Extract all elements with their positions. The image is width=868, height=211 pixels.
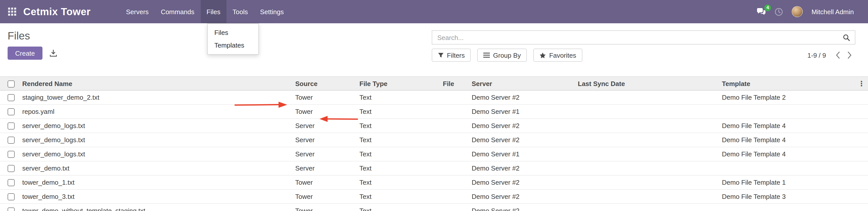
cell-rendered-name: server_demo_logs.txt [22,119,295,133]
cell-last-sync-date [578,133,722,147]
favorites-button[interactable]: Favorites [534,49,582,62]
row-checkbox[interactable] [8,137,15,144]
cell-source: Server [295,161,360,175]
pager-previous-button[interactable] [832,52,844,59]
cell-last-sync-date [578,189,722,204]
table-row[interactable]: tower_demo_without_template_staging.txt … [0,204,868,211]
row-checkbox[interactable] [8,193,15,201]
search-icon[interactable] [838,34,855,41]
column-header-server[interactable]: Server [472,77,578,90]
nav-item-settings[interactable]: Settings [254,0,290,23]
table-row[interactable]: tower_demo_3.txt Tower Text Demo Server … [0,189,868,204]
cell-file-type: Text [360,133,443,147]
cell-source: Server [295,119,360,133]
activities-clock-icon[interactable] [774,7,783,16]
chevron-left-icon [836,52,840,59]
nav-item-tools[interactable]: Tools [226,0,254,23]
row-checkbox[interactable] [8,165,15,172]
app-brand[interactable]: Cetmix Tower [23,6,91,18]
cell-rendered-name: server_demo.txt [22,161,295,175]
dropdown-item-templates[interactable]: Templates [208,39,258,52]
nav-item-servers[interactable]: Servers [120,0,155,23]
table-row[interactable]: repos.yaml Tower Text Demo Server #1 [0,104,868,119]
table-row[interactable]: server_demo.txt Server Text Demo Server … [0,161,868,175]
cell-file [443,161,472,175]
cell-file [443,119,472,133]
files-list-table: Rendered Name Source File Type File Serv… [0,77,868,211]
chevron-right-icon [847,52,852,59]
row-optional-spacer [857,133,868,147]
user-name[interactable]: Mitchell Admin [811,8,854,16]
cell-template [722,104,857,119]
cell-rendered-name: tower_demo_3.txt [22,189,295,204]
row-checkbox[interactable] [8,151,15,158]
export-button[interactable] [49,48,58,58]
cell-template: Demo File Template 4 [722,133,857,147]
row-checkbox-cell [0,119,22,133]
control-panel: Files Create [0,23,868,69]
table-row[interactable]: staging_tower_demo_2.txt Tower Text Demo… [0,90,868,104]
cell-template: Demo File Template 4 [722,147,857,161]
row-checkbox-cell [0,175,22,189]
column-header-last-sync-date[interactable]: Last Sync Date [578,77,722,90]
table-row[interactable]: server_demo_logs.txt Server Text Demo Se… [0,119,868,133]
table-row[interactable]: tower_demo_1.txt Tower Text Demo Server … [0,175,868,189]
cell-file-type: Text [360,161,443,175]
group-by-label: Group By [493,51,521,59]
cell-server: Demo Server #1 [472,147,578,161]
cell-file-type: Text [360,189,443,204]
table-row[interactable]: server_demo_logs.txt Server Text Demo Se… [0,147,868,161]
cell-source: Tower [295,104,360,119]
user-avatar[interactable] [792,6,803,17]
table-header-row: Rendered Name Source File Type File Serv… [0,77,868,90]
cell-source: Server [295,133,360,147]
cell-template [722,161,857,175]
cell-file [443,147,472,161]
nav-item-files[interactable]: Files [200,0,226,23]
cell-file-type: Text [360,104,443,119]
search-input[interactable] [432,31,838,44]
cell-rendered-name: server_demo_logs.txt [22,147,295,161]
row-checkbox[interactable] [8,179,15,186]
row-checkbox[interactable] [8,94,15,101]
cell-source: Tower [295,189,360,204]
cell-source: Tower [295,204,360,211]
group-by-button[interactable]: Group By [477,49,527,62]
cell-last-sync-date [578,104,722,119]
column-header-file-type[interactable]: File Type [360,77,443,90]
select-all-cell [0,77,22,90]
nav-item-commands[interactable]: Commands [155,0,200,23]
cell-template: Demo File Template 1 [722,175,857,189]
messages-icon[interactable]: 4 [756,7,766,16]
cell-last-sync-date [578,175,722,189]
row-checkbox-cell [0,161,22,175]
star-icon [540,52,546,58]
row-optional-spacer [857,204,868,211]
table-row[interactable]: server_demo_logs.txt Server Text Demo Se… [0,133,868,147]
cell-file-type: Text [360,90,443,104]
cell-rendered-name: tower_demo_1.txt [22,175,295,189]
row-checkbox[interactable] [8,208,15,211]
column-header-rendered-name[interactable]: Rendered Name [22,77,295,90]
optional-columns-toggle[interactable]: ⋮ [857,77,868,90]
cell-server: Demo Server #1 [472,104,578,119]
column-header-template[interactable]: Template [722,77,857,90]
cell-template: Demo File Template 4 [722,119,857,133]
dropdown-item-files[interactable]: Files [208,26,258,39]
systray: 4 Mitchell Admin [756,6,868,17]
cell-rendered-name: server_demo_logs.txt [22,133,295,147]
cell-file [443,90,472,104]
column-header-source[interactable]: Source [295,77,360,90]
cell-server: Demo Server #2 [472,90,578,104]
filters-button[interactable]: Filters [432,49,471,62]
cell-server: Demo Server #2 [472,133,578,147]
row-checkbox[interactable] [8,109,15,116]
create-button[interactable]: Create [8,47,42,60]
row-checkbox[interactable] [8,123,15,130]
cell-template: Demo File Template 3 [722,189,857,204]
apps-menu-icon[interactable] [6,6,18,18]
column-header-file[interactable]: File [443,77,472,90]
pager-next-button[interactable] [844,52,855,59]
cell-template [722,204,857,211]
select-all-checkbox[interactable] [8,81,15,88]
